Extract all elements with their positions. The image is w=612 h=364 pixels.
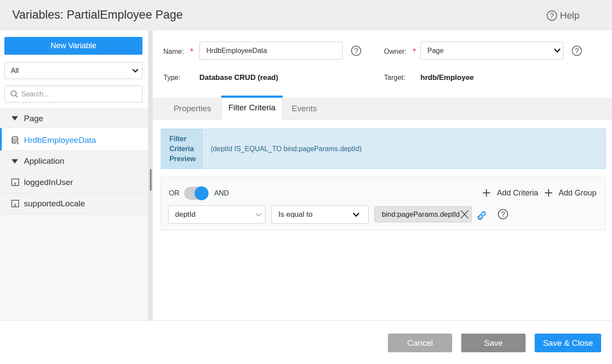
svg-text:?: ?: [354, 47, 358, 55]
svg-text:?: ?: [550, 12, 554, 20]
svg-text:?: ?: [501, 210, 505, 218]
svg-text:x: x: [16, 139, 19, 145]
svg-text:?: ?: [575, 47, 579, 55]
svg-text:x: x: [13, 202, 17, 208]
svg-text:x: x: [13, 180, 17, 186]
